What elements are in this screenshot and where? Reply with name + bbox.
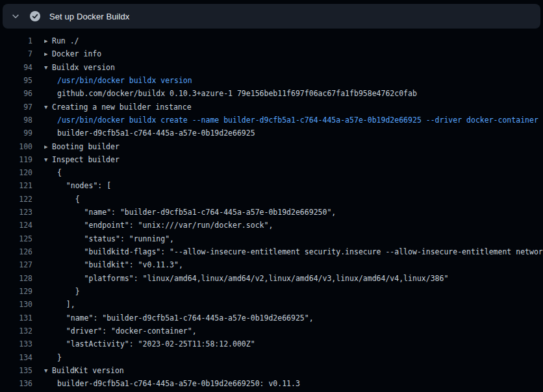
log-line: 125 "status": "running", xyxy=(0,232,543,245)
log-text: "buildkit": "v0.11.3", xyxy=(57,260,183,269)
group-title: Creating a new builder instance xyxy=(52,103,192,112)
workflow-log-viewer: Set up Docker Buildx 1 ▶Run ./ 7 ▶Docker… xyxy=(0,0,543,392)
line-number[interactable]: 99 xyxy=(0,127,32,140)
group-title: Inspect builder xyxy=(52,155,120,164)
group-title: Run ./ xyxy=(52,36,79,45)
log-line: 133 "lastActivity": "2023-02-25T11:58:12… xyxy=(0,337,543,350)
group-toggle-icon[interactable]: ▶ xyxy=(44,34,52,47)
log-text: "platforms": "linux/amd64,linux/amd64/v2… xyxy=(57,274,448,283)
group-toggle-icon[interactable]: ▶ xyxy=(44,47,52,60)
log-line: 120 { xyxy=(0,166,543,179)
log-line: 123 "name": "builder-d9cfb5a1-c764-445a-… xyxy=(0,206,543,219)
log-text: github.com/docker/buildx 0.10.3+azure-1 … xyxy=(57,89,417,98)
log-line: 98 /usr/bin/docker buildx create --name … xyxy=(0,114,543,127)
log-line[interactable]: 97 ▼Creating a new builder instance xyxy=(0,101,543,114)
log-text: "lastActivity": "2023-02-25T11:58:12.000… xyxy=(57,339,255,349)
log-text: { xyxy=(57,168,62,177)
group-title: Booting builder xyxy=(52,142,120,151)
log-line: 121 "nodes": [ xyxy=(0,179,543,192)
log-text: { xyxy=(57,195,80,204)
log-line[interactable]: 7 ▶Docker info xyxy=(0,47,543,60)
log-line[interactable]: 1 ▶Run ./ xyxy=(0,34,543,47)
log-line[interactable]: 119 ▼Inspect builder xyxy=(0,153,543,166)
log-line: 95 /usr/bin/docker buildx version xyxy=(0,74,543,87)
line-number[interactable]: 124 xyxy=(0,219,32,232)
line-number[interactable]: 129 xyxy=(0,285,32,298)
log-lines: 1 ▶Run ./ 7 ▶Docker info 94 ▼Buildx vers… xyxy=(0,29,543,390)
log-text: /usr/bin/docker buildx create --name bui… xyxy=(57,116,538,125)
line-number[interactable]: 127 xyxy=(0,258,32,271)
log-line: 132 "driver": "docker-container", xyxy=(0,325,543,337)
log-line: 96 github.com/docker/buildx 0.10.3+azure… xyxy=(0,87,543,100)
log-text: "status": "running", xyxy=(57,234,174,243)
line-number[interactable]: 97 xyxy=(0,101,32,114)
line-number[interactable]: 126 xyxy=(0,245,32,258)
log-text: "name": "builder-d9cfb5a1-c764-445a-a57e… xyxy=(57,313,314,323)
log-line: 99 builder-d9cfb5a1-c764-445a-a57e-0b19d… xyxy=(0,127,543,140)
step-header[interactable]: Set up Docker Buildx xyxy=(3,4,540,29)
log-line: 126 "buildkitd-flags": "--allow-insecure… xyxy=(0,245,543,258)
log-text: ], xyxy=(57,300,75,309)
log-line[interactable]: 94 ▼Buildx version xyxy=(0,61,543,74)
check-circle-icon xyxy=(30,11,40,21)
log-text: "endpoint": "unix:///var/run/docker.sock… xyxy=(57,221,273,230)
log-line[interactable]: 135 ▼BuildKit version xyxy=(0,364,543,377)
line-number[interactable]: 133 xyxy=(0,337,32,350)
log-line: 122 { xyxy=(0,193,543,206)
chevron-down-icon[interactable] xyxy=(10,11,21,21)
line-number[interactable]: 132 xyxy=(0,325,32,337)
step-title: Set up Docker Buildx xyxy=(49,12,129,21)
group-title: BuildKit version xyxy=(52,366,124,375)
log-line: 130 ], xyxy=(0,298,543,311)
log-text: "name": "builder-d9cfb5a1-c764-445a-a57e… xyxy=(57,208,336,217)
log-line: 134 } xyxy=(0,351,543,364)
line-number[interactable]: 128 xyxy=(0,272,32,285)
line-number[interactable]: 125 xyxy=(0,232,32,245)
line-number[interactable]: 7 xyxy=(0,47,32,60)
log-text: builder-d9cfb5a1-c764-445a-a57e-0b19d2e6… xyxy=(57,129,255,138)
line-number[interactable]: 134 xyxy=(0,351,32,364)
line-number[interactable]: 1 xyxy=(0,34,32,47)
log-line: 131 "name": "builder-d9cfb5a1-c764-445a-… xyxy=(0,312,543,325)
group-toggle-icon[interactable]: ▼ xyxy=(44,101,52,114)
line-number[interactable]: 130 xyxy=(0,298,32,311)
log-text: "driver": "docker-container", xyxy=(57,326,197,336)
log-text: } xyxy=(57,353,62,362)
log-text: "nodes": [ xyxy=(57,181,111,190)
group-toggle-icon[interactable]: ▼ xyxy=(44,61,52,74)
line-number[interactable]: 123 xyxy=(0,206,32,219)
log-line[interactable]: 100 ▶Booting builder xyxy=(0,140,543,153)
line-number[interactable]: 131 xyxy=(0,312,32,325)
line-number[interactable]: 96 xyxy=(0,87,32,100)
line-number[interactable]: 120 xyxy=(0,166,32,179)
log-line: 124 "endpoint": "unix:///var/run/docker.… xyxy=(0,219,543,232)
line-number[interactable]: 98 xyxy=(0,114,32,127)
log-line: 129 } xyxy=(0,285,543,298)
group-title: Buildx version xyxy=(52,63,115,72)
log-line: 136 builder-d9cfb5a1-c764-445a-a57e-0b19… xyxy=(0,377,543,390)
log-text: } xyxy=(57,287,80,296)
log-line: 128 "platforms": "linux/amd64,linux/amd6… xyxy=(0,272,543,285)
group-toggle-icon[interactable]: ▶ xyxy=(44,140,52,153)
line-number[interactable]: 94 xyxy=(0,61,32,74)
group-toggle-icon[interactable]: ▼ xyxy=(44,364,52,377)
log-text: "buildkitd-flags": "--allow-insecure-ent… xyxy=(57,247,543,256)
log-text: /usr/bin/docker buildx version xyxy=(57,76,192,85)
group-title: Docker info xyxy=(52,49,101,58)
line-number[interactable]: 100 xyxy=(0,140,32,153)
line-number[interactable]: 136 xyxy=(0,377,32,390)
log-line: 127 "buildkit": "v0.11.3", xyxy=(0,258,543,271)
line-number[interactable]: 122 xyxy=(0,193,32,206)
line-number[interactable]: 135 xyxy=(0,364,32,377)
line-number[interactable]: 119 xyxy=(0,153,32,166)
group-toggle-icon[interactable]: ▼ xyxy=(44,153,52,166)
line-number[interactable]: 95 xyxy=(0,74,32,87)
line-number[interactable]: 121 xyxy=(0,179,32,192)
log-text: builder-d9cfb5a1-c764-445a-a57e-0b19d2e6… xyxy=(57,379,300,388)
